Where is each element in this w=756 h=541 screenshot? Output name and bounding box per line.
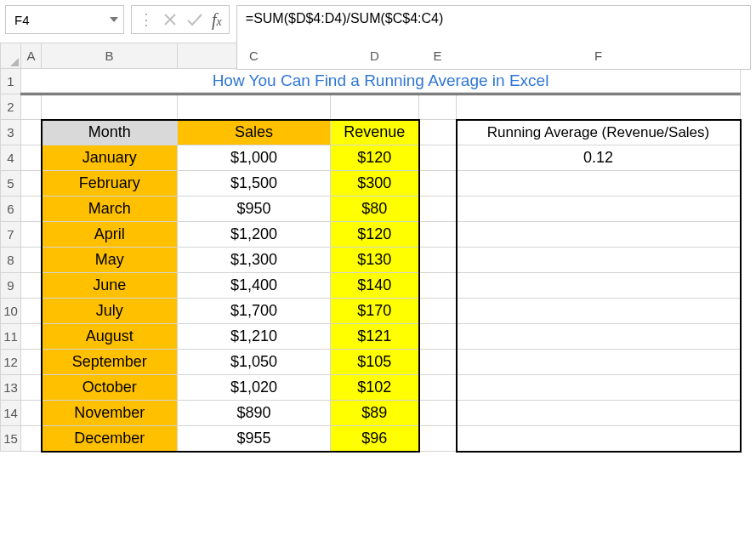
row-header-12[interactable]: 12 bbox=[1, 350, 21, 375]
cell-A11[interactable] bbox=[21, 324, 42, 350]
cell-E8[interactable] bbox=[419, 248, 457, 273]
cell-F13[interactable] bbox=[457, 375, 741, 401]
formula-input[interactable]: =SUM($D$4:D4)/SUM($C$4:C4) bbox=[236, 5, 751, 70]
name-box[interactable]: F4 bbox=[5, 5, 124, 34]
cell-A6[interactable] bbox=[21, 196, 42, 222]
cell-C2[interactable] bbox=[178, 94, 331, 120]
cell-F8[interactable] bbox=[457, 248, 741, 273]
cell-sales-7[interactable]: $1,200 bbox=[178, 222, 331, 248]
cell-E10[interactable] bbox=[419, 299, 457, 324]
row-header-3[interactable]: 3 bbox=[1, 120, 21, 145]
cell-sales-15[interactable]: $955 bbox=[178, 426, 331, 452]
cell-sales-13[interactable]: $1,020 bbox=[178, 375, 331, 401]
cell-A9[interactable] bbox=[21, 273, 42, 299]
cancel-icon[interactable] bbox=[162, 12, 178, 27]
col-header-A[interactable]: A bbox=[21, 43, 42, 69]
cell-E6[interactable] bbox=[419, 196, 457, 222]
cell-sales-6[interactable]: $950 bbox=[178, 196, 331, 222]
enter-icon[interactable] bbox=[186, 12, 203, 27]
row-header-2[interactable]: 2 bbox=[1, 94, 21, 120]
cell-D2[interactable] bbox=[331, 94, 419, 120]
cell-month-15[interactable]: December bbox=[42, 426, 178, 452]
cell-month-12[interactable]: September bbox=[42, 350, 178, 375]
cell-E4[interactable] bbox=[419, 145, 457, 171]
cell-revenue-4[interactable]: $120 bbox=[331, 145, 419, 171]
header-running-average[interactable]: Running Average (Revenue/Sales) bbox=[457, 120, 741, 145]
cell-sales-5[interactable]: $1,500 bbox=[178, 171, 331, 196]
cell-month-4[interactable]: January bbox=[42, 145, 178, 171]
cell-F6[interactable] bbox=[457, 196, 741, 222]
cell-revenue-14[interactable]: $89 bbox=[331, 401, 419, 426]
header-sales[interactable]: Sales bbox=[178, 120, 331, 145]
cell-F15[interactable] bbox=[457, 426, 741, 452]
cell-F14[interactable] bbox=[457, 401, 741, 426]
cell-A7[interactable] bbox=[21, 222, 42, 248]
row-header-13[interactable]: 13 bbox=[1, 375, 21, 401]
row-header-14[interactable]: 14 bbox=[1, 401, 21, 426]
cell-F5[interactable] bbox=[457, 171, 741, 196]
cell-B2[interactable] bbox=[42, 94, 178, 120]
cell-sales-8[interactable]: $1,300 bbox=[178, 248, 331, 273]
cell-E14[interactable] bbox=[419, 401, 457, 426]
cell-revenue-5[interactable]: $300 bbox=[331, 171, 419, 196]
row-header-8[interactable]: 8 bbox=[1, 248, 21, 273]
cell-F9[interactable] bbox=[457, 273, 741, 299]
cell-revenue-13[interactable]: $102 bbox=[331, 375, 419, 401]
cell-sales-10[interactable]: $1,700 bbox=[178, 299, 331, 324]
cell-E5[interactable] bbox=[419, 171, 457, 196]
cell-F12[interactable] bbox=[457, 350, 741, 375]
cell-A14[interactable] bbox=[21, 401, 42, 426]
cell-month-10[interactable]: July bbox=[42, 299, 178, 324]
cell-revenue-8[interactable]: $130 bbox=[331, 248, 419, 273]
row-header-6[interactable]: 6 bbox=[1, 196, 21, 222]
cell-month-11[interactable]: August bbox=[42, 324, 178, 350]
cell-sales-4[interactable]: $1,000 bbox=[178, 145, 331, 171]
col-header-B[interactable]: B bbox=[42, 43, 178, 69]
cell-month-14[interactable]: November bbox=[42, 401, 178, 426]
cell-E13[interactable] bbox=[419, 375, 457, 401]
cell-F10[interactable] bbox=[457, 299, 741, 324]
row-header-7[interactable]: 7 bbox=[1, 222, 21, 248]
cell-revenue-6[interactable]: $80 bbox=[331, 196, 419, 222]
row-header-15[interactable]: 15 bbox=[1, 426, 21, 452]
cell-month-5[interactable]: February bbox=[42, 171, 178, 196]
cell-A10[interactable] bbox=[21, 299, 42, 324]
cell-E9[interactable] bbox=[419, 273, 457, 299]
cell-month-9[interactable]: June bbox=[42, 273, 178, 299]
cell-E12[interactable] bbox=[419, 350, 457, 375]
spreadsheet-grid[interactable]: A B C D E F 1 How You Can Find a Running… bbox=[0, 43, 742, 453]
row-header-11[interactable]: 11 bbox=[1, 324, 21, 350]
row-header-10[interactable]: 10 bbox=[1, 299, 21, 324]
cell-revenue-7[interactable]: $120 bbox=[331, 222, 419, 248]
cell-sales-14[interactable]: $890 bbox=[178, 401, 331, 426]
cell-E2[interactable] bbox=[419, 94, 457, 120]
cell-A4[interactable] bbox=[21, 145, 42, 171]
header-month[interactable]: Month bbox=[42, 120, 178, 145]
row-header-5[interactable]: 5 bbox=[1, 171, 21, 196]
cell-F11[interactable] bbox=[457, 324, 741, 350]
cell-A8[interactable] bbox=[21, 248, 42, 273]
header-revenue[interactable]: Revenue bbox=[331, 120, 419, 145]
cell-A2[interactable] bbox=[21, 94, 42, 120]
select-all-triangle[interactable] bbox=[1, 43, 21, 69]
cell-revenue-12[interactable]: $105 bbox=[331, 350, 419, 375]
page-title[interactable]: How You Can Find a Running Average in Ex… bbox=[21, 69, 741, 94]
cell-F2[interactable] bbox=[457, 94, 741, 120]
chevron-down-icon[interactable] bbox=[110, 17, 118, 22]
cell-A3[interactable] bbox=[21, 120, 42, 145]
cell-E3[interactable] bbox=[419, 120, 457, 145]
cell-A12[interactable] bbox=[21, 350, 42, 375]
cell-A15[interactable] bbox=[21, 426, 42, 452]
cell-revenue-11[interactable]: $121 bbox=[331, 324, 419, 350]
cell-month-13[interactable]: October bbox=[42, 375, 178, 401]
fx-icon[interactable]: fx bbox=[212, 10, 222, 30]
row-header-9[interactable]: 9 bbox=[1, 273, 21, 299]
cell-month-8[interactable]: May bbox=[42, 248, 178, 273]
cell-F7[interactable] bbox=[457, 222, 741, 248]
cell-A13[interactable] bbox=[21, 375, 42, 401]
cell-revenue-10[interactable]: $170 bbox=[331, 299, 419, 324]
cell-revenue-9[interactable]: $140 bbox=[331, 273, 419, 299]
cell-E15[interactable] bbox=[419, 426, 457, 452]
running-average-value[interactable]: 0.12 bbox=[457, 145, 741, 171]
cell-sales-12[interactable]: $1,050 bbox=[178, 350, 331, 375]
